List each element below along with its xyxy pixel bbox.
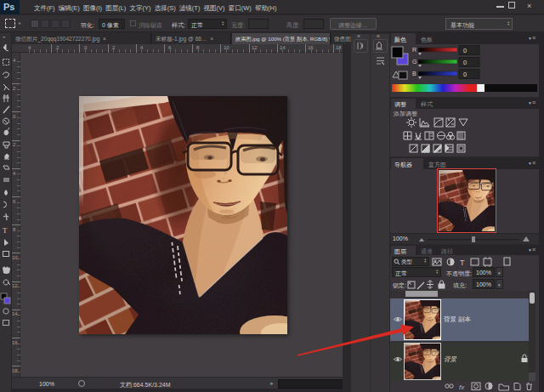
svg-text:0: 0 [463, 71, 467, 78]
svg-text:R: R [412, 47, 416, 53]
svg-text:T: T [3, 226, 8, 235]
svg-text:0: 0 [463, 47, 467, 54]
svg-text:G: G [412, 59, 416, 65]
svg-text:0: 0 [463, 59, 467, 66]
svg-text:B: B [412, 71, 416, 77]
svg-text:fx: fx [459, 383, 465, 391]
svg-text:T: T [460, 258, 465, 267]
